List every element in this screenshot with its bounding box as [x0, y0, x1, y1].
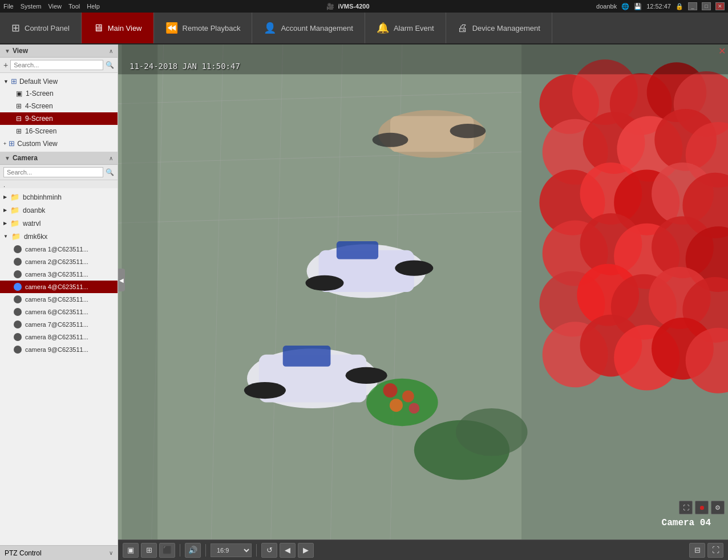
- audio-button[interactable]: 🔊: [185, 543, 201, 558]
- minimize-button[interactable]: _: [688, 2, 697, 10]
- cam-item-3[interactable]: camera 3@C623511...: [0, 268, 118, 281]
- view-header-left: ▼ View: [5, 47, 28, 55]
- menu-file[interactable]: File: [3, 3, 14, 10]
- main-view-icon: 🖥: [93, 22, 103, 34]
- svg-point-27: [402, 391, 414, 403]
- cam-status-dot-4: [14, 283, 22, 291]
- fullscreen-toolbar-button[interactable]: ⛶: [707, 543, 723, 558]
- tab-account-management-label: Account Management: [281, 24, 353, 33]
- tab-account-management[interactable]: 👤 Account Management: [252, 13, 365, 43]
- view-tree: ▼ ⊞ Default View ▣ 1-Screen ⊞ 4-Screen ⊟: [0, 73, 118, 152]
- menu-help[interactable]: Help: [87, 3, 100, 10]
- stop-button[interactable]: ⬛: [159, 543, 175, 558]
- custom-view-header[interactable]: + ⊞ Custom View: [0, 137, 118, 149]
- svg-point-29: [409, 403, 419, 414]
- refresh-button[interactable]: ↺: [261, 543, 277, 558]
- svg-rect-22: [283, 346, 331, 367]
- camera-panel-title: Camera: [13, 154, 38, 162]
- alarm-event-icon: 🔔: [377, 22, 389, 34]
- tab-alarm-event[interactable]: 🔔 Alarm Event: [365, 13, 446, 43]
- titlebar-right: doanbk 🌐 💾 12:52:47 🔒 _ □ ✕: [596, 2, 725, 10]
- cam-status-dot-5: [14, 295, 22, 303]
- menu-system[interactable]: System: [21, 3, 42, 10]
- single-view-button[interactable]: ▣: [123, 543, 139, 558]
- aspect-ratio-select[interactable]: 16:9 4:3 Original: [211, 543, 252, 557]
- svg-point-24: [346, 367, 387, 384]
- svg-point-14: [450, 124, 486, 138]
- fullscreen-button[interactable]: ⛶: [679, 501, 693, 514]
- cam-group-label-watrvl: watrvl: [23, 220, 41, 228]
- custom-view-label: Custom View: [17, 140, 57, 148]
- cam-item-7[interactable]: camera 7@C623511...: [0, 318, 118, 331]
- cam-item-5[interactable]: camera 5@C623511...: [0, 293, 118, 306]
- camera-search-input[interactable]: [3, 167, 103, 177]
- tab-main-view[interactable]: 🖥 Main View: [82, 13, 154, 43]
- record-button[interactable]: ⏺: [695, 501, 709, 514]
- remote-playback-icon: ⏪: [165, 22, 178, 34]
- ptz-label: PTZ Control: [5, 549, 42, 557]
- settings-button[interactable]: ⚙: [711, 501, 725, 514]
- app-title-area: 🎥 iVMS-4200: [326, 3, 369, 10]
- close-window-button[interactable]: ✕: [715, 2, 725, 10]
- tab-remote-playback[interactable]: ⏪ Remote Playback: [154, 13, 253, 43]
- app-title: iVMS-4200: [338, 3, 369, 10]
- control-panel-icon: ⊞: [11, 22, 20, 34]
- 4screen-item[interactable]: ⊞ 4-Screen: [0, 100, 118, 112]
- view-panel-header[interactable]: ▼ View ∧: [0, 44, 118, 58]
- folder-icon-dmk6kx: 📁: [11, 232, 21, 241]
- cam-item-4[interactable]: camera 4@C623511...: [0, 281, 118, 293]
- 16screen-item[interactable]: ⊞ 16-Screen: [0, 125, 118, 137]
- bottom-toolbar: ▣ ⊞ ⬛ 🔊 16:9 4:3 Original ↺ ◀ ▶ ⊟ ⛶: [118, 539, 728, 560]
- cam-item-2[interactable]: camera 2@C623511...: [0, 255, 118, 268]
- close-content-button[interactable]: ✕: [718, 46, 726, 56]
- menu-view[interactable]: View: [48, 3, 62, 10]
- tab-device-management-label: Device Management: [472, 24, 540, 33]
- view-search-icon[interactable]: 🔍: [106, 61, 114, 69]
- camera-search-icon[interactable]: 🔍: [106, 168, 114, 176]
- maximize-button[interactable]: □: [702, 2, 711, 10]
- tab-device-management[interactable]: 🖨 Device Management: [446, 13, 552, 43]
- quad-view-button[interactable]: ⊞: [141, 543, 157, 558]
- cam-status-dot-2: [14, 258, 22, 266]
- layout-button[interactable]: ⊟: [689, 543, 705, 558]
- cam-item-8[interactable]: camera 8@C623511...: [0, 331, 118, 343]
- cam-group-dmk6kx[interactable]: ▼ 📁 dmk6kx: [0, 230, 118, 243]
- toolbar-separator-2: [205, 544, 206, 557]
- menu-bar: File System View Tool Help: [3, 3, 100, 10]
- cam-group-watrvl[interactable]: ▶ 📁 watrvl: [0, 217, 118, 230]
- tab-control-panel[interactable]: ⊞ Control Panel: [0, 13, 82, 43]
- camera-panel-chevron: ∧: [109, 155, 113, 161]
- app-icon: 🎥: [326, 3, 334, 10]
- camera-panel-header[interactable]: ▼ Camera ∧: [0, 152, 118, 165]
- group-icon: ⊞: [11, 77, 17, 86]
- cam-item-label-7: camera 7@C623511...: [25, 321, 88, 328]
- cam-group-doanbk[interactable]: ▶ 📁 doanbk: [0, 204, 118, 217]
- folder-icon-doanbk: 📁: [10, 206, 19, 214]
- next-button[interactable]: ▶: [298, 543, 314, 558]
- view-panel-chevron: ∧: [109, 48, 113, 54]
- menu-tool[interactable]: Tool: [68, 3, 80, 10]
- svg-point-31: [456, 408, 527, 456]
- prev-button[interactable]: ◀: [280, 543, 296, 558]
- view-panel-title: View: [13, 47, 28, 55]
- cam-group-bchbinhminh[interactable]: ▶ 📁 bchbinhminh: [0, 190, 118, 204]
- ptz-control[interactable]: PTZ Control ∨: [0, 545, 118, 560]
- title-bar: File System View Tool Help 🎥 iVMS-4200 d…: [0, 0, 728, 13]
- cam-item-label-1: camera 1@C623511...: [25, 246, 88, 253]
- expand-icon: ▼: [3, 79, 9, 84]
- sidebar-collapse-button[interactable]: ◀: [118, 269, 125, 291]
- cam-item-1[interactable]: camera 1@C623511...: [0, 243, 118, 255]
- svg-point-28: [390, 399, 403, 412]
- cam-item-label-4: camera 4@C623511...: [25, 283, 88, 290]
- tab-alarm-event-label: Alarm Event: [394, 24, 434, 33]
- view-add-icon[interactable]: +: [3, 60, 8, 70]
- default-view-header[interactable]: ▼ ⊞ Default View: [0, 75, 118, 87]
- view-search-input[interactable]: [10, 60, 103, 70]
- cam-item-9[interactable]: camera 9@C623511...: [0, 343, 118, 356]
- 9screen-item[interactable]: ⊟ 9-Screen: [0, 112, 118, 125]
- cam-item-6[interactable]: camera 6@C623511...: [0, 306, 118, 318]
- ram-icon: 💾: [634, 3, 642, 10]
- video-timestamp: 11-24-2018 JAN 11:50:47: [130, 62, 240, 71]
- 1screen-item[interactable]: ▣ 1-Screen: [0, 87, 118, 100]
- 9screen-icon: ⊟: [16, 115, 22, 123]
